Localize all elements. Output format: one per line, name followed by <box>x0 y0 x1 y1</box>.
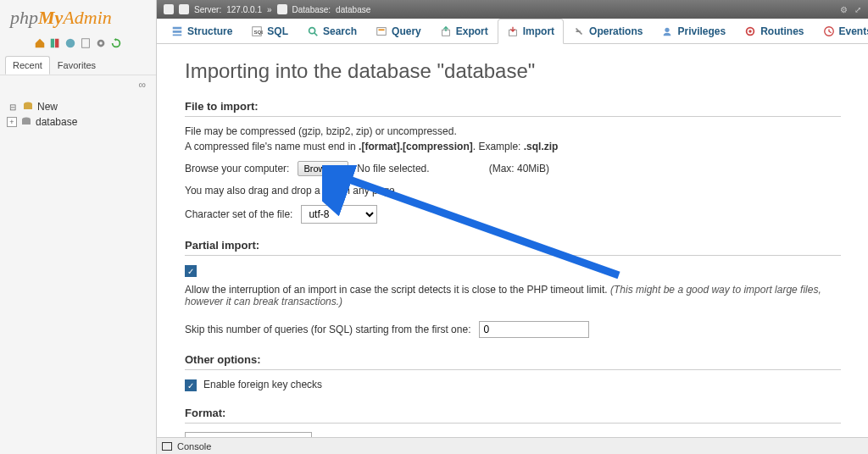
section-format: Format: <box>185 407 841 424</box>
partial-allow-checkbox[interactable]: ✓ <box>185 265 197 277</box>
svg-rect-10 <box>173 27 182 30</box>
breadcrumb-bar: Server: 127.0.0.1 » Database: database ⚙… <box>157 0 868 19</box>
charset-label: Character set of the file: <box>185 208 292 220</box>
svg-rect-17 <box>377 28 387 36</box>
back-icon[interactable] <box>164 4 174 14</box>
db-icon <box>20 116 32 128</box>
main-content: Importing into the database "database" F… <box>158 44 868 454</box>
charset-select[interactable]: utf-8 <box>301 205 377 224</box>
svg-rect-11 <box>173 30 182 33</box>
tab-routines[interactable]: Routines <box>735 19 813 43</box>
svg-rect-7 <box>24 104 32 109</box>
tab-export[interactable]: Export <box>431 19 498 43</box>
charset-row: Character set of the file: utf-8 <box>185 205 841 224</box>
tab-recent[interactable]: Recent <box>5 56 50 75</box>
gear-icon[interactable]: ⚙ <box>840 5 848 14</box>
section-file-to-import: File to import: <box>185 100 841 117</box>
tab-sql[interactable]: SQLSQL <box>242 19 298 43</box>
expand-icon[interactable]: + <box>7 117 17 127</box>
bc-server-link[interactable]: 127.0.0.1 <box>226 5 262 14</box>
tab-operations[interactable]: Operations <box>564 19 652 43</box>
logo-icons-row <box>0 36 156 56</box>
sidebar: phpMyAdmin Recent Favorites ∞ ⊟ New + da… <box>0 0 157 454</box>
svg-point-21 <box>665 28 670 32</box>
home-icon[interactable] <box>34 37 46 49</box>
sidebar-tabs: Recent Favorites <box>0 56 156 75</box>
svg-rect-1 <box>55 39 58 48</box>
bc-db-link[interactable]: database <box>336 5 370 14</box>
tab-privileges[interactable]: Privileges <box>652 19 735 43</box>
browse-button[interactable]: Browse... <box>298 161 348 176</box>
no-file-label: No file selected. <box>357 163 429 174</box>
docs-icon[interactable] <box>80 37 92 49</box>
bc-server-label: Server: <box>194 5 221 14</box>
fk-row: ✓ Enable foreign key checks <box>185 379 841 391</box>
link-icon[interactable]: ∞ <box>0 75 156 94</box>
tab-search[interactable]: Search <box>298 19 366 43</box>
nav-tabs: Structure SQLSQL Search Query Export Imp… <box>157 19 868 44</box>
bc-db-label: Database: <box>292 5 331 14</box>
tab-query[interactable]: Query <box>366 19 431 43</box>
exit-icon[interactable] <box>49 37 61 49</box>
svg-point-2 <box>66 39 75 48</box>
svg-point-15 <box>309 28 315 34</box>
gear-icon[interactable] <box>95 37 107 49</box>
console-label: Console <box>177 441 211 451</box>
svg-point-23 <box>748 30 752 33</box>
svg-rect-9 <box>22 119 31 125</box>
svg-line-16 <box>314 33 318 36</box>
tree-db-label: database <box>36 116 77 128</box>
browse-row: Browse your computer: Browse... No file … <box>185 161 841 176</box>
fk-checkbox[interactable]: ✓ <box>185 379 197 391</box>
tree-new[interactable]: ⊟ New <box>3 99 153 114</box>
partial-allow-row: ✓ <box>185 264 841 277</box>
svg-rect-0 <box>51 39 54 48</box>
svg-text:SQL: SQL <box>254 29 264 35</box>
branch-icon: ⊟ <box>7 101 19 113</box>
refresh-icon[interactable] <box>110 37 122 49</box>
tab-import[interactable]: Import <box>498 19 564 44</box>
db-icon <box>277 4 287 14</box>
page-title: Importing into the database "database" <box>185 59 841 83</box>
section-other-options: Other options: <box>185 353 841 370</box>
tree-database[interactable]: + database <box>3 114 153 130</box>
skip-label: Skip this number of queries (for SQL) st… <box>185 324 470 335</box>
fk-label: Enable foreign key checks <box>203 379 322 390</box>
new-db-icon <box>22 101 34 113</box>
compress-help-1: File may be compressed (gzip, bzip2, zip… <box>185 125 841 137</box>
tab-structure[interactable]: Structure <box>162 19 242 43</box>
tree-new-label: New <box>37 101 58 113</box>
svg-rect-18 <box>379 29 385 30</box>
globe-icon[interactable] <box>64 37 76 49</box>
console-bar[interactable]: Console <box>157 437 868 454</box>
partial-text: Allow the interruption of an import in c… <box>185 284 841 307</box>
expand-icon[interactable]: ⤢ <box>854 5 861 14</box>
skip-row: Skip this number of queries (for SQL) st… <box>185 321 841 338</box>
svg-point-5 <box>99 42 103 45</box>
compress-help-2: A compressed file's name must end in .[f… <box>185 141 841 152</box>
tab-favorites[interactable]: Favorites <box>50 56 103 75</box>
browse-label: Browse your computer: <box>185 163 289 174</box>
svg-rect-12 <box>173 35 182 36</box>
console-icon <box>162 442 172 451</box>
svg-rect-3 <box>82 39 90 48</box>
tab-events[interactable]: Events <box>814 19 869 43</box>
drag-drop-hint: You may also drag and drop a file on any… <box>185 185 841 197</box>
server-icon <box>179 4 189 14</box>
max-size-label: (Max: 40MiB) <box>489 163 549 174</box>
logo[interactable]: phpMyAdmin <box>0 0 156 36</box>
db-tree: ⊟ New + database <box>0 94 156 135</box>
bc-sep: » <box>267 5 272 14</box>
skip-input[interactable] <box>479 321 589 338</box>
section-partial-import: Partial import: <box>185 239 841 256</box>
